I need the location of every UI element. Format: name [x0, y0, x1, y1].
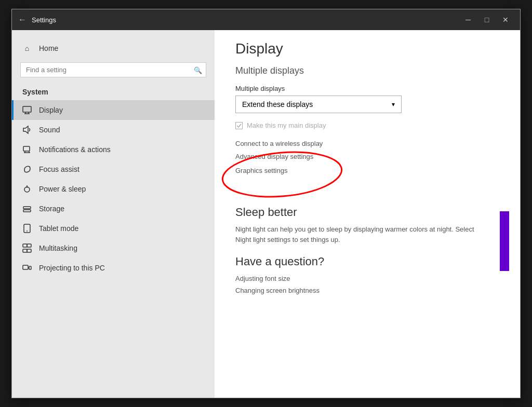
sidebar-label-sound: Sound [39, 126, 60, 134]
sidebar-item-home[interactable]: ⌂ Home [12, 38, 215, 58]
question-section: Have a question? Adjusting font size Cha… [235, 255, 499, 294]
content-area: ⌂ Home 🔍 System [12, 30, 520, 398]
multiple-displays-label: Multiple displays [235, 85, 499, 92]
close-button[interactable]: ✕ [497, 12, 514, 27]
adjusting-font-link[interactable]: Adjusting font size [235, 275, 499, 282]
multiple-displays-section: Multiple displays Extend these displays … [235, 85, 499, 113]
svg-rect-18 [27, 249, 31, 252]
display-icon [22, 105, 32, 115]
search-icon: 🔍 [194, 66, 202, 74]
svg-marker-4 [23, 126, 28, 133]
svg-point-14 [26, 230, 28, 232]
sidebar-item-notifications[interactable]: Notifications & actions [12, 140, 215, 159]
dropdown-value: Extend these displays [242, 100, 313, 108]
sidebar-item-multitasking[interactable]: Multitasking [12, 238, 215, 258]
notifications-icon [22, 145, 32, 154]
sidebar-label-notifications: Notifications & actions [39, 145, 111, 154]
settings-window: ← Settings ─ □ ✕ ⌂ Home 🔍 System [11, 9, 521, 398]
window-controls: ─ □ ✕ [460, 12, 514, 27]
projecting-icon [22, 263, 32, 273]
storage-icon [22, 204, 32, 213]
wireless-display-link[interactable]: Connect to a wireless display [235, 140, 499, 147]
power-icon [22, 184, 32, 194]
purple-accent [500, 211, 509, 271]
svg-rect-0 [23, 106, 31, 112]
search-container: 🔍 [20, 62, 206, 77]
search-input[interactable] [20, 62, 206, 77]
maximize-button[interactable]: □ [478, 12, 495, 27]
home-label: Home [39, 44, 58, 52]
sidebar-item-storage[interactable]: Storage [12, 199, 215, 219]
home-icon: ⌂ [22, 44, 32, 53]
sidebar: ⌂ Home 🔍 System [12, 30, 215, 398]
minimize-button[interactable]: ─ [460, 12, 476, 27]
sidebar-label-power: Power & sleep [39, 185, 86, 193]
sidebar-label-storage: Storage [39, 205, 64, 213]
sidebar-item-display[interactable]: Display [12, 100, 215, 120]
sidebar-item-power[interactable]: Power & sleep [12, 179, 215, 199]
main-display-checkbox[interactable] [235, 122, 243, 129]
focus-icon [22, 165, 32, 174]
titlebar-title: Settings [32, 16, 460, 24]
back-button[interactable]: ← [18, 15, 26, 24]
graphics-settings-link[interactable]: Graphics settings [235, 167, 287, 174]
question-title: Have a question? [235, 255, 499, 268]
sleep-description: Night light can help you get to sleep by… [235, 224, 485, 245]
checkbox-label: Make this my main display [247, 121, 326, 129]
section-heading: Multiple displays [235, 65, 499, 76]
advanced-display-link[interactable]: Advanced display settings [235, 153, 499, 160]
sidebar-item-focus[interactable]: Focus assist [12, 159, 215, 179]
tablet-icon [22, 224, 32, 233]
svg-rect-20 [29, 266, 31, 269]
svg-rect-5 [23, 146, 30, 151]
page-title: Display [235, 40, 499, 57]
changing-brightness-link[interactable]: Changing screen brightness [235, 287, 499, 294]
sound-icon [22, 125, 32, 134]
svg-rect-12 [23, 210, 31, 212]
sleep-title: Sleep better [235, 206, 499, 219]
multitasking-icon [22, 243, 32, 253]
sidebar-label-projecting: Projecting to this PC [39, 264, 105, 272]
main-content: Display Multiple displays Multiple displ… [215, 30, 520, 398]
sidebar-label-focus: Focus assist [39, 165, 79, 173]
svg-rect-15 [23, 244, 27, 247]
main-display-checkbox-row: Make this my main display [235, 121, 499, 129]
svg-rect-11 [23, 207, 31, 209]
sidebar-item-projecting[interactable]: Projecting to this PC [12, 258, 215, 278]
multiple-displays-dropdown[interactable]: Extend these displays ▾ [235, 96, 402, 113]
sidebar-label-display: Display [39, 106, 63, 114]
sidebar-item-sound[interactable]: Sound [12, 120, 215, 140]
sleep-section: Sleep better Night light can help you ge… [235, 206, 499, 245]
svg-rect-16 [27, 244, 31, 247]
sidebar-section-title: System [12, 86, 215, 100]
svg-rect-17 [23, 249, 27, 252]
sidebar-label-multitasking: Multitasking [39, 244, 77, 252]
titlebar: ← Settings ─ □ ✕ [12, 9, 520, 30]
sidebar-item-tablet[interactable]: Tablet mode [12, 219, 215, 238]
svg-rect-19 [23, 265, 28, 269]
chevron-down-icon: ▾ [392, 101, 395, 108]
sidebar-label-tablet: Tablet mode [39, 224, 78, 233]
